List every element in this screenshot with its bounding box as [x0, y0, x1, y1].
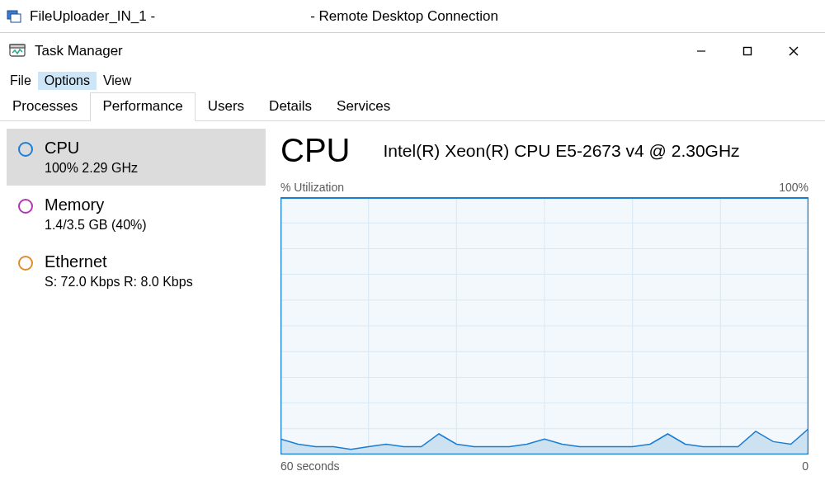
- sidebar-bullet-icon: [18, 256, 33, 271]
- performance-sidebar: CPU100% 2.29 GHzMemory1.4/3.5 GB (40%)Et…: [0, 122, 272, 504]
- task-manager-title-bar: Task Manager: [0, 33, 825, 69]
- rdp-host-name: FileUploader_IN_1 -: [30, 8, 155, 25]
- performance-body: CPU100% 2.29 GHzMemory1.4/3.5 GB (40%)Et…: [0, 122, 825, 504]
- main-title: CPU: [280, 132, 350, 169]
- sidebar-item-sub: 1.4/3.5 GB (40%): [45, 218, 147, 233]
- svg-rect-5: [744, 48, 752, 55]
- rdp-icon: [7, 9, 21, 24]
- chart-top-right-label: 100%: [779, 181, 808, 194]
- sidebar-item-sub: S: 72.0 Kbps R: 8.0 Kbps: [45, 275, 193, 290]
- cpu-chart: [280, 197, 808, 455]
- tab-processes[interactable]: Processes: [0, 92, 90, 121]
- menu-bar: FileOptionsView: [0, 69, 825, 92]
- main-subtitle: Intel(R) Xeon(R) CPU E5-2673 v4 @ 2.30GH…: [383, 141, 739, 161]
- svg-rect-1: [11, 14, 21, 22]
- sidebar-item-name: Memory: [45, 195, 147, 214]
- chart-top-left-label: % Utilization: [280, 181, 344, 194]
- sidebar-item-name: Ethernet: [45, 252, 193, 271]
- tab-services[interactable]: Services: [324, 92, 403, 121]
- menu-item-view[interactable]: View: [97, 72, 138, 90]
- tab-bar: ProcessesPerformanceUsersDetailsServices: [0, 92, 825, 122]
- sidebar-item-memory[interactable]: Memory1.4/3.5 GB (40%): [7, 186, 266, 243]
- chart-bottom-left-label: 60 seconds: [280, 459, 340, 473]
- sidebar-bullet-icon: [18, 199, 33, 214]
- cpu-chart-area: % Utilization 100% 60 seconds 0: [280, 181, 808, 473]
- tab-performance[interactable]: Performance: [90, 92, 195, 121]
- sidebar-item-sub: 100% 2.29 GHz: [45, 161, 138, 176]
- sidebar-bullet-icon: [18, 142, 33, 157]
- task-manager-icon: [8, 42, 26, 60]
- menu-item-file[interactable]: File: [3, 72, 38, 90]
- menu-item-options[interactable]: Options: [38, 72, 97, 90]
- sidebar-item-name: CPU: [45, 139, 138, 158]
- rdp-window-title: - Remote Desktop Connection: [310, 8, 498, 24]
- svg-rect-3: [10, 45, 25, 48]
- tab-users[interactable]: Users: [196, 92, 257, 121]
- rdp-title-bar: FileUploader_IN_1 - - Remote Desktop Con…: [0, 0, 825, 33]
- sidebar-item-ethernet[interactable]: EthernetS: 72.0 Kbps R: 8.0 Kbps: [7, 243, 266, 299]
- tab-details[interactable]: Details: [257, 92, 324, 121]
- maximize-button[interactable]: [724, 38, 771, 64]
- minimize-button[interactable]: [678, 38, 724, 64]
- performance-main: CPU Intel(R) Xeon(R) CPU E5-2673 v4 @ 2.…: [272, 122, 825, 504]
- close-button[interactable]: [771, 38, 817, 64]
- sidebar-item-cpu[interactable]: CPU100% 2.29 GHz: [7, 129, 266, 186]
- window-title: Task Manager: [35, 43, 123, 59]
- chart-bottom-right-label: 0: [802, 459, 808, 473]
